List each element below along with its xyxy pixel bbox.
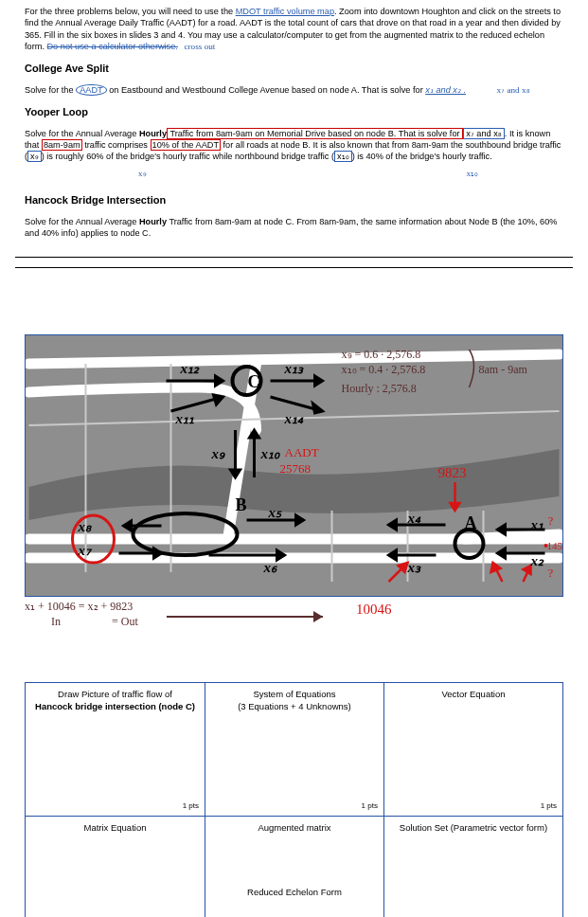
hancock-title: Hancock Bridge Intersection [25,193,563,207]
label-b: B [236,495,247,514]
annot-q1: ? [548,513,554,528]
college-body: Solve for the AADT on Eastbound and West… [25,84,563,96]
box-x7x8: x₇ and x₈ [463,128,505,139]
map-svg: x₁₂ x₁₃ x₁₁ x₁₄ x₉ x₁₀ x₅ x₆ x₈ x₇ x₄ x₃… [26,335,562,596]
annot-valaadt: 25768 [280,461,312,476]
svg-marker-35 [524,566,531,574]
svg-marker-5 [214,395,223,405]
college-vars: x₁ and x₂ . [425,85,466,95]
svg-marker-17 [124,521,132,530]
var-x2: x₂ [530,553,545,568]
traffic-map: x₁₂ x₁₃ x₁₁ x₁₄ x₉ x₁₀ x₅ x₆ x₈ x₇ x₄ x₃… [25,334,563,597]
var-x14: x₁₄ [284,411,305,426]
var-x11: x₁₁ [175,411,195,426]
cell-matrix: Matrix Equation 1 pts [26,816,205,917]
hancock-body: Solve for the Annual Average Hourly Traf… [25,216,563,240]
annot-inout1: x₁ + 10046 = x₂ + 9823 [25,599,133,614]
intro-strike: Do not use a calculator otherwise. [46,42,177,51]
var-x9: x₉ [211,446,226,461]
var-x13: x₁₃ [284,361,305,376]
college-title: College Ave Split [25,62,563,76]
divider-2 [15,267,573,268]
annot-inout3: = Out [112,614,138,629]
annot-10046: 10046 [356,600,392,619]
annot-14512-map: 14512 [547,540,563,551]
annot-q2: ? [548,566,554,580]
var-x10: x₁₀ [260,446,281,461]
divider-1 [15,257,573,258]
svg-marker-29 [451,503,460,511]
label-a: A [465,513,477,532]
cell-solution: Solution Set (Parametric vector form) 1 … [383,816,562,917]
answer-grid: Draw Picture of traffic flow of Hancock … [25,682,563,917]
yooper-body: Solve for the Annual Average Hourly Traf… [25,128,563,163]
annot-inout2: In [51,614,61,629]
svg-marker-7 [313,404,323,413]
cell-augmented: Augmented matrix Reduced Echelon Form 1 … [205,816,383,917]
svg-marker-33 [491,563,501,572]
cell-vector: Vector Equation 1 pts [383,683,562,816]
var-x6: x₆ [263,560,278,575]
var-x8: x₈ [78,519,93,534]
cell-system: System of Equations (3 Equations + 4 Unk… [205,683,383,816]
annot-crossout: cross out [184,42,215,51]
annot-x9: x₉ [138,168,147,179]
box-x9: x₉ [27,151,42,162]
var-x1: x₁ [530,517,544,532]
yooper-title: Yooper Loop [25,105,563,119]
annot-eq4: 8am - 9am [479,363,528,376]
var-x4: x₄ [407,511,422,526]
annot-9823: 9823 [438,465,467,480]
var-x7: x₇ [78,543,94,558]
aadt-circle: AADT [76,84,107,96]
svg-marker-21 [389,520,397,530]
label-c: C [248,372,260,391]
var-x3: x₃ [407,560,422,575]
annot-x7x8-top: x₇ and x₈ [497,85,530,95]
svg-marker-3 [315,376,323,386]
svg-marker-38 [313,611,323,622]
annot-eq2: x₁₀ = 0.4 · 2,576.8 [342,363,426,376]
annot-eq3: Hourly : 2,576.8 [342,382,417,395]
svg-marker-13 [296,515,304,525]
svg-marker-1 [216,376,223,386]
annot-aadt: AADT [285,445,319,459]
mdot-link[interactable]: MDOT traffic volume map [236,7,334,16]
var-x5: x₅ [268,505,283,520]
var-x12: x₁₂ [180,361,201,376]
cell-picture: Draw Picture of traffic flow of Hancock … [26,683,205,816]
annot-eq1: x₉ = 0.6 · 2,576.8 [342,348,421,361]
intro-paragraph: For the three problems below, you will n… [25,6,563,53]
intro-pre: For the three problems below, you will n… [25,7,236,16]
annot-x10: x₁₀ [467,168,479,179]
box-x10: x₁₀ [334,151,352,162]
